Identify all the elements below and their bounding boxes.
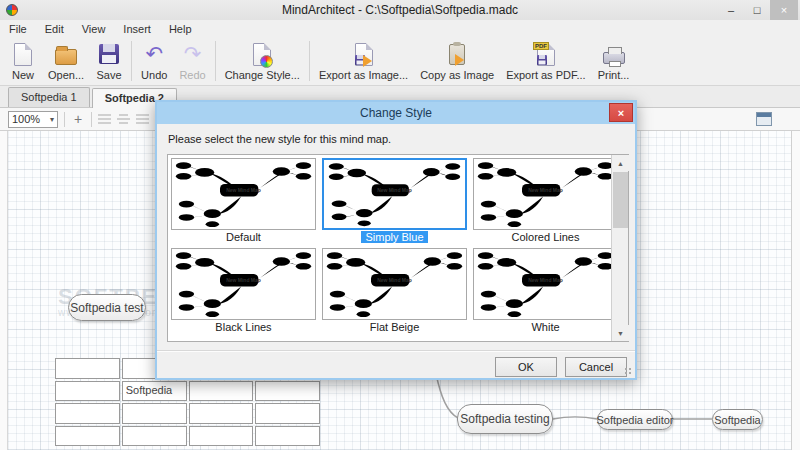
style-preview[interactable]: New Mind Map xyxy=(171,248,316,320)
menu-edit[interactable]: Edit xyxy=(45,23,64,35)
style-preview[interactable]: New Mind Map xyxy=(473,158,618,230)
table-cell[interactable] xyxy=(55,426,120,447)
dialog-title-bar: Change Style × xyxy=(157,102,635,124)
toolbar-separator xyxy=(64,112,65,127)
table-cell[interactable] xyxy=(189,381,254,402)
undo-icon: ↶ xyxy=(141,41,167,67)
table-cell[interactable] xyxy=(55,403,120,424)
table-cell[interactable] xyxy=(189,426,254,447)
node-softpedia-testing[interactable]: Softpedia testing xyxy=(457,404,553,434)
dialog-message: Please select the new style for this min… xyxy=(157,124,635,151)
table-cell[interactable] xyxy=(122,426,187,447)
print-button[interactable]: Print... xyxy=(592,39,636,83)
minimize-icon[interactable]: – xyxy=(718,0,744,20)
style-page-icon xyxy=(249,41,275,67)
table-cell[interactable] xyxy=(255,381,320,402)
export-image-button[interactable]: Export as Image... xyxy=(313,39,414,83)
open-button[interactable]: Open... xyxy=(42,39,90,83)
color-wheel-icon xyxy=(260,55,273,68)
canvas-left-gutter xyxy=(0,131,8,450)
window-title: MindArchitect - C:\Softpedia\Softpedia.m… xyxy=(0,3,800,17)
ok-button[interactable]: OK xyxy=(495,357,557,377)
zoom-select[interactable]: 100% ▾ xyxy=(8,111,58,128)
toolbar-separator xyxy=(215,41,216,81)
menu-view[interactable]: View xyxy=(82,23,106,35)
style-option-flat-beige[interactable]: New Mind Map Flat Beige xyxy=(322,248,467,338)
menu-bar: File Edit View Insert Help xyxy=(0,20,800,37)
export-image-icon xyxy=(351,41,377,67)
menu-help[interactable]: Help xyxy=(169,23,192,35)
table-cell[interactable] xyxy=(122,403,187,424)
cancel-button[interactable]: Cancel xyxy=(565,357,627,377)
menu-file[interactable]: File xyxy=(9,23,27,35)
align-center-icon[interactable] xyxy=(117,114,130,125)
align-right-icon[interactable] xyxy=(136,114,149,125)
title-bar: MindArchitect - C:\Softpedia\Softpedia.m… xyxy=(0,0,800,20)
dialog-close-icon[interactable]: × xyxy=(609,103,633,122)
change-style-dialog: Change Style × Please select the new sty… xyxy=(155,100,637,380)
save-button[interactable]: Save xyxy=(90,39,128,83)
style-preview[interactable]: New Mind Map xyxy=(473,248,618,320)
tab-softpedia-1[interactable]: Softpedia 1 xyxy=(8,87,90,107)
clipboard-icon xyxy=(444,41,470,67)
close-icon[interactable]: × xyxy=(770,0,798,20)
node-softpedia-editor[interactable]: Softpedia editor xyxy=(597,409,673,430)
folder-icon xyxy=(53,41,79,67)
style-preview[interactable]: New Mind Map xyxy=(322,158,467,230)
style-option-white[interactable]: New Mind Map White xyxy=(473,248,618,338)
scroll-down-icon[interactable]: ▼ xyxy=(612,325,629,341)
node-softpedia-test[interactable]: Softpedia test xyxy=(68,294,146,321)
table-cell[interactable] xyxy=(255,403,320,424)
style-preview[interactable]: New Mind Map xyxy=(322,248,467,320)
vertical-scroll-area[interactable] xyxy=(791,131,800,450)
main-toolbar: New Open... Save ↶ Undo ↷ Redo Change St… xyxy=(0,37,800,86)
table-cell[interactable] xyxy=(55,381,120,402)
maximize-icon[interactable]: □ xyxy=(744,0,770,20)
dialog-divider xyxy=(157,350,635,352)
scrollbar-thumb[interactable] xyxy=(613,172,628,228)
menu-insert[interactable]: Insert xyxy=(123,23,151,35)
panel-toggle-icon[interactable] xyxy=(756,112,772,126)
redo-icon: ↷ xyxy=(180,41,206,67)
scroll-up-icon[interactable]: ▲ xyxy=(612,155,629,171)
zoom-in-button[interactable]: + xyxy=(71,111,85,127)
style-preview[interactable]: New Mind Map xyxy=(171,158,316,230)
table-cell[interactable] xyxy=(55,358,120,379)
style-list: New Mind Map Default New Mind Map Simply… xyxy=(167,154,629,342)
change-style-button[interactable]: Change Style... xyxy=(219,39,306,83)
redo-button[interactable]: ↷ Redo xyxy=(173,39,211,83)
new-button[interactable]: New xyxy=(4,39,42,83)
zoom-value: 100% xyxy=(12,113,40,125)
style-option-colored-lines[interactable]: New Mind Map Colored Lines xyxy=(473,158,618,248)
undo-button[interactable]: ↶ Undo xyxy=(135,39,173,83)
table-cell[interactable] xyxy=(189,403,254,424)
resize-grip[interactable] xyxy=(625,368,633,376)
table-cell[interactable] xyxy=(255,426,320,447)
style-option-simply-blue[interactable]: New Mind Map Simply Blue xyxy=(322,158,467,248)
floppy-icon xyxy=(96,41,122,67)
copy-image-button[interactable]: Copy as Image xyxy=(414,39,500,83)
dialog-scrollbar[interactable]: ▲ ▼ xyxy=(611,155,628,341)
style-option-black-lines[interactable]: New Mind Map Black Lines xyxy=(171,248,316,338)
new-page-icon xyxy=(10,41,36,67)
align-left-icon[interactable] xyxy=(98,114,111,125)
dialog-title: Change Style xyxy=(157,106,635,120)
chevron-down-icon: ▾ xyxy=(50,115,54,124)
export-pdf-button[interactable]: PDF Export as PDF... xyxy=(500,39,591,83)
toolbar-separator xyxy=(91,112,92,127)
style-option-default[interactable]: New Mind Map Default xyxy=(171,158,316,248)
toolbar-separator xyxy=(131,41,132,81)
pdf-icon: PDF xyxy=(533,41,559,67)
toolbar-separator xyxy=(309,41,310,81)
printer-icon xyxy=(601,41,627,67)
node-softpedia[interactable]: Softpedia xyxy=(712,409,763,430)
table-cell-softpedia[interactable]: Softpedia xyxy=(122,381,187,402)
